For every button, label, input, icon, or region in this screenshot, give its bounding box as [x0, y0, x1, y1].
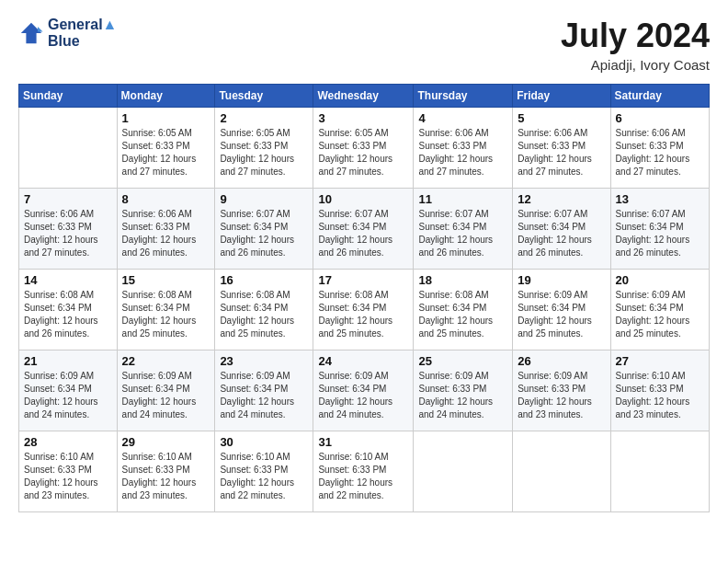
day-detail: Sunrise: 6:09 AMSunset: 6:34 PMDaylight:… — [616, 289, 704, 340]
logo-icon — [18, 20, 44, 46]
day-number: 16 — [220, 273, 308, 287]
day-number: 6 — [616, 111, 704, 125]
header-cell-wednesday: Wednesday — [313, 85, 414, 108]
header-cell-tuesday: Tuesday — [215, 85, 313, 108]
header-cell-saturday: Saturday — [610, 85, 709, 108]
day-detail: Sunrise: 6:09 AMSunset: 6:33 PMDaylight:… — [518, 370, 605, 421]
day-cell: 26Sunrise: 6:09 AMSunset: 6:33 PMDayligh… — [513, 350, 610, 431]
day-number: 14 — [24, 273, 112, 287]
day-cell: 28Sunrise: 6:10 AMSunset: 6:33 PMDayligh… — [19, 431, 118, 512]
day-number: 10 — [318, 192, 408, 206]
day-cell: 18Sunrise: 6:08 AMSunset: 6:34 PMDayligh… — [414, 270, 513, 350]
day-number: 27 — [616, 354, 704, 368]
day-cell: 2Sunrise: 6:05 AMSunset: 6:33 PMDaylight… — [215, 108, 313, 189]
day-number: 12 — [518, 192, 605, 206]
day-cell: 8Sunrise: 6:06 AMSunset: 6:33 PMDaylight… — [117, 189, 215, 270]
header-cell-monday: Monday — [117, 85, 215, 108]
day-cell: 20Sunrise: 6:09 AMSunset: 6:34 PMDayligh… — [610, 270, 709, 350]
day-number: 7 — [24, 192, 112, 206]
day-number: 17 — [318, 273, 408, 287]
svg-marker-0 — [21, 23, 41, 43]
day-cell: 11Sunrise: 6:07 AMSunset: 6:34 PMDayligh… — [414, 189, 513, 270]
day-number: 4 — [418, 111, 507, 125]
day-detail: Sunrise: 6:08 AMSunset: 6:34 PMDaylight:… — [220, 289, 308, 340]
day-detail: Sunrise: 6:08 AMSunset: 6:34 PMDaylight:… — [318, 289, 408, 340]
logo-text: General▲ Blue — [48, 17, 117, 50]
day-detail: Sunrise: 6:10 AMSunset: 6:33 PMDaylight:… — [220, 451, 308, 502]
day-cell: 15Sunrise: 6:08 AMSunset: 6:34 PMDayligh… — [117, 270, 215, 350]
day-cell: 6Sunrise: 6:06 AMSunset: 6:33 PMDaylight… — [610, 108, 709, 189]
day-cell — [513, 431, 610, 512]
day-detail: Sunrise: 6:09 AMSunset: 6:34 PMDaylight:… — [518, 289, 605, 340]
week-row-2: 7Sunrise: 6:06 AMSunset: 6:33 PMDaylight… — [19, 189, 710, 270]
day-detail: Sunrise: 6:10 AMSunset: 6:33 PMDaylight:… — [616, 370, 704, 421]
day-number: 28 — [24, 435, 112, 449]
day-number: 20 — [616, 273, 704, 287]
day-detail: Sunrise: 6:06 AMSunset: 6:33 PMDaylight:… — [616, 127, 704, 178]
week-row-4: 21Sunrise: 6:09 AMSunset: 6:34 PMDayligh… — [19, 350, 710, 431]
day-detail: Sunrise: 6:08 AMSunset: 6:34 PMDaylight:… — [24, 289, 112, 340]
day-cell: 5Sunrise: 6:06 AMSunset: 6:33 PMDaylight… — [513, 108, 610, 189]
day-cell: 1Sunrise: 6:05 AMSunset: 6:33 PMDaylight… — [117, 108, 215, 189]
day-cell: 24Sunrise: 6:09 AMSunset: 6:34 PMDayligh… — [313, 350, 414, 431]
day-cell: 17Sunrise: 6:08 AMSunset: 6:34 PMDayligh… — [313, 270, 414, 350]
day-number: 24 — [318, 354, 408, 368]
day-detail: Sunrise: 6:05 AMSunset: 6:33 PMDaylight:… — [122, 127, 210, 178]
day-cell: 31Sunrise: 6:10 AMSunset: 6:33 PMDayligh… — [313, 431, 414, 512]
day-detail: Sunrise: 6:09 AMSunset: 6:34 PMDaylight:… — [220, 370, 308, 421]
day-detail: Sunrise: 6:07 AMSunset: 6:34 PMDaylight:… — [518, 208, 605, 259]
day-cell: 9Sunrise: 6:07 AMSunset: 6:34 PMDaylight… — [215, 189, 313, 270]
day-detail: Sunrise: 6:06 AMSunset: 6:33 PMDaylight:… — [418, 127, 507, 178]
day-detail: Sunrise: 6:07 AMSunset: 6:34 PMDaylight:… — [616, 208, 704, 259]
day-detail: Sunrise: 6:08 AMSunset: 6:34 PMDaylight:… — [418, 289, 507, 340]
day-number: 18 — [418, 273, 507, 287]
day-cell: 21Sunrise: 6:09 AMSunset: 6:34 PMDayligh… — [19, 350, 118, 431]
day-detail: Sunrise: 6:06 AMSunset: 6:33 PMDaylight:… — [24, 208, 112, 259]
day-detail: Sunrise: 6:07 AMSunset: 6:34 PMDaylight:… — [418, 208, 507, 259]
day-number: 5 — [518, 111, 605, 125]
day-number: 26 — [518, 354, 605, 368]
day-number: 9 — [220, 192, 308, 206]
day-cell: 30Sunrise: 6:10 AMSunset: 6:33 PMDayligh… — [215, 431, 313, 512]
day-detail: Sunrise: 6:09 AMSunset: 6:34 PMDaylight:… — [24, 370, 112, 421]
day-number: 30 — [220, 435, 308, 449]
day-number: 8 — [122, 192, 210, 206]
page: General▲ Blue July 2024 Apiadji, Ivory C… — [0, 0, 728, 522]
logo: General▲ Blue — [18, 17, 117, 50]
day-cell: 27Sunrise: 6:10 AMSunset: 6:33 PMDayligh… — [610, 350, 709, 431]
day-number: 29 — [122, 435, 210, 449]
day-cell: 12Sunrise: 6:07 AMSunset: 6:34 PMDayligh… — [513, 189, 610, 270]
day-cell — [414, 431, 513, 512]
day-number: 1 — [122, 111, 210, 125]
day-cell: 16Sunrise: 6:08 AMSunset: 6:34 PMDayligh… — [215, 270, 313, 350]
day-detail: Sunrise: 6:10 AMSunset: 6:33 PMDaylight:… — [24, 451, 112, 502]
day-detail: Sunrise: 6:06 AMSunset: 6:33 PMDaylight:… — [122, 208, 210, 259]
week-row-1: 1Sunrise: 6:05 AMSunset: 6:33 PMDaylight… — [19, 108, 710, 189]
week-row-5: 28Sunrise: 6:10 AMSunset: 6:33 PMDayligh… — [19, 431, 710, 512]
location-subtitle: Apiadji, Ivory Coast — [561, 57, 710, 73]
day-cell: 14Sunrise: 6:08 AMSunset: 6:34 PMDayligh… — [19, 270, 118, 350]
day-detail: Sunrise: 6:10 AMSunset: 6:33 PMDaylight:… — [318, 451, 408, 502]
day-number: 3 — [318, 111, 408, 125]
calendar-header-row: SundayMondayTuesdayWednesdayThursdayFrid… — [19, 85, 710, 108]
calendar: SundayMondayTuesdayWednesdayThursdayFrid… — [18, 84, 710, 512]
header-cell-friday: Friday — [513, 85, 610, 108]
day-detail: Sunrise: 6:05 AMSunset: 6:33 PMDaylight:… — [318, 127, 408, 178]
day-cell: 13Sunrise: 6:07 AMSunset: 6:34 PMDayligh… — [610, 189, 709, 270]
day-cell — [19, 108, 118, 189]
day-number: 22 — [122, 354, 210, 368]
week-row-3: 14Sunrise: 6:08 AMSunset: 6:34 PMDayligh… — [19, 270, 710, 350]
day-number: 11 — [418, 192, 507, 206]
day-cell: 23Sunrise: 6:09 AMSunset: 6:34 PMDayligh… — [215, 350, 313, 431]
day-cell — [610, 431, 709, 512]
day-cell: 4Sunrise: 6:06 AMSunset: 6:33 PMDaylight… — [414, 108, 513, 189]
day-detail: Sunrise: 6:07 AMSunset: 6:34 PMDaylight:… — [318, 208, 408, 259]
month-title: July 2024 — [561, 17, 710, 55]
header-cell-sunday: Sunday — [19, 85, 118, 108]
day-detail: Sunrise: 6:06 AMSunset: 6:33 PMDaylight:… — [518, 127, 605, 178]
header-cell-thursday: Thursday — [414, 85, 513, 108]
day-number: 21 — [24, 354, 112, 368]
day-detail: Sunrise: 6:07 AMSunset: 6:34 PMDaylight:… — [220, 208, 308, 259]
day-number: 23 — [220, 354, 308, 368]
day-detail: Sunrise: 6:08 AMSunset: 6:34 PMDaylight:… — [122, 289, 210, 340]
